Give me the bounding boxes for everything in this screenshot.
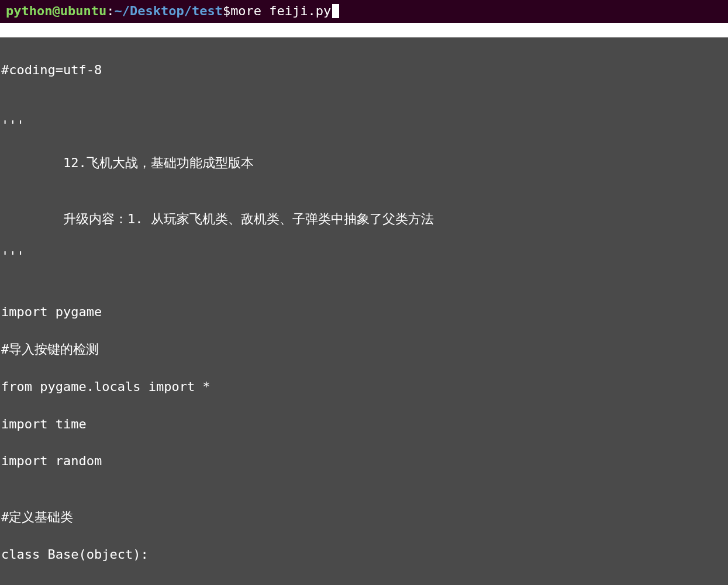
code-line: 12.飞机大战，基础功能成型版本 xyxy=(1,154,727,172)
code-line: def __init__(self, x, y, planeImageName)… xyxy=(1,583,727,585)
prompt-user-host: python@ubuntu xyxy=(6,2,106,20)
terminal-command[interactable]: more feiji.py xyxy=(230,2,331,20)
code-line: ''' xyxy=(1,247,727,266)
code-line: import pygame xyxy=(1,303,727,321)
prompt-colon: : xyxy=(106,2,114,20)
code-line: from pygame.locals import * xyxy=(1,378,727,396)
code-line: import time xyxy=(1,415,727,434)
code-line: ''' xyxy=(1,116,727,135)
code-line: 升级内容：1. 从玩家飞机类、敌机类、子弹类中抽象了父类方法 xyxy=(1,210,727,229)
terminal-cursor xyxy=(332,4,339,18)
prompt-dollar: $ xyxy=(223,2,230,20)
code-line: import random xyxy=(1,452,727,470)
terminal-title-bar: python@ubuntu:~/Desktop/test$ more feiji… xyxy=(0,0,728,23)
code-line: #导入按键的检测 xyxy=(1,340,727,359)
terminal-output[interactable]: #coding=utf-8 ''' 12.飞机大战，基础功能成型版本 升级内容：… xyxy=(0,37,728,585)
code-line: #coding=utf-8 xyxy=(1,61,727,79)
code-line: #定义基础类 xyxy=(1,508,727,527)
code-line: class Base(object): xyxy=(1,545,727,564)
prompt-path: ~/Desktop/test xyxy=(114,2,222,20)
gap xyxy=(0,23,728,37)
